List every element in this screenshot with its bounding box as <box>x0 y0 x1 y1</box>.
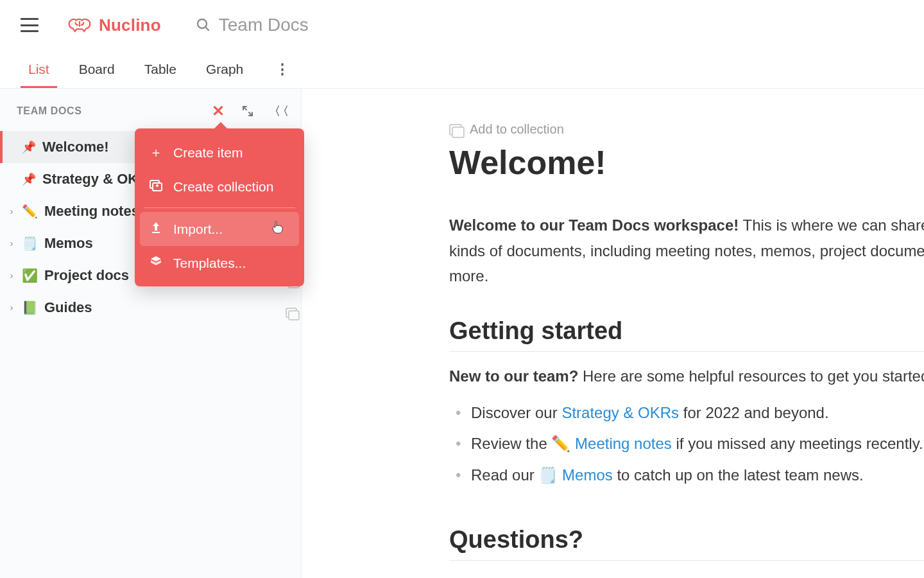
tab-table[interactable]: Table <box>142 51 179 87</box>
app-logo[interactable]: Nuclino <box>67 15 161 35</box>
section-divider <box>449 351 924 352</box>
plus-icon: ＋ <box>149 144 163 161</box>
svg-rect-8 <box>152 232 160 233</box>
menu-templates[interactable]: Templates... <box>135 246 304 280</box>
expand-icon[interactable] <box>239 103 256 119</box>
collapse-icon[interactable]: 〈〈 <box>269 103 286 119</box>
menu-separator <box>144 207 295 208</box>
collection-icon <box>449 124 462 136</box>
workspace-title: TEAM DOCS <box>17 105 81 117</box>
link-strategy[interactable]: Strategy & OKRs <box>561 404 679 421</box>
brain-icon <box>67 15 92 35</box>
top-bar: Nuclino Team Docs <box>0 0 924 50</box>
tree-item-guides[interactable]: › 📗 Guides <box>0 292 301 324</box>
check-icon: ✅ <box>22 268 38 283</box>
menu-icon[interactable] <box>21 18 38 32</box>
section-getting-started: Getting started <box>449 317 924 345</box>
notepad-icon: 🗒️ <box>22 236 38 251</box>
svg-marker-9 <box>151 256 161 261</box>
page-title: Welcome! <box>449 143 924 182</box>
view-tabs: List Board Table Graph ⋮ <box>0 50 924 89</box>
brand-name: Nuclino <box>99 15 161 35</box>
main: TEAM DOCS ✕ 〈〈 › 📌 Welcome! › � <box>0 89 924 578</box>
document-pane: Add to collection Welcome! Welcome to ou… <box>302 89 924 578</box>
chevron-right-icon[interactable]: › <box>8 302 15 313</box>
tab-list[interactable]: List <box>26 51 52 87</box>
add-collection-icon <box>149 180 163 195</box>
templates-icon <box>149 255 163 271</box>
upload-icon <box>149 221 163 237</box>
link-meeting-notes[interactable]: Meeting notes <box>575 435 672 452</box>
chevron-right-icon[interactable]: › <box>8 206 15 216</box>
create-menu: ＋ Create item Create collection Import..… <box>135 128 304 286</box>
menu-import[interactable]: Import... <box>140 212 299 246</box>
search-icon <box>196 17 211 33</box>
tab-board[interactable]: Board <box>76 51 117 87</box>
pencil-icon: ✏️ <box>22 204 38 219</box>
list-item: Review the ✏️ Meeting notes if you misse… <box>453 432 924 456</box>
search[interactable]: Team Docs <box>196 15 309 35</box>
svg-line-1 <box>205 27 209 30</box>
section-divider <box>449 560 924 561</box>
intro-paragraph: Welcome to our Team Docs workspace! This… <box>449 213 924 289</box>
search-placeholder: Team Docs <box>219 15 309 35</box>
pin-icon: 📌 <box>22 172 36 186</box>
section-questions: Questions? <box>449 526 924 554</box>
book-icon: 📗 <box>22 300 38 315</box>
menu-create-item[interactable]: ＋ Create item <box>135 135 304 170</box>
link-memos[interactable]: Memos <box>562 466 613 484</box>
sidebar-header-actions: ✕ 〈〈 <box>210 103 286 119</box>
chevron-right-icon[interactable]: › <box>8 238 15 249</box>
list-item: Discover our Strategy & OKRs for 2022 an… <box>453 401 924 425</box>
close-icon[interactable]: ✕ <box>210 103 227 119</box>
cursor-icon <box>272 220 284 237</box>
chevron-right-icon[interactable]: › <box>8 270 15 281</box>
menu-create-collection[interactable]: Create collection <box>135 170 304 204</box>
sidebar: TEAM DOCS ✕ 〈〈 › 📌 Welcome! › � <box>0 89 302 578</box>
add-to-collection[interactable]: Add to collection <box>449 122 924 137</box>
tab-graph[interactable]: Graph <box>203 51 246 87</box>
view-more-icon[interactable]: ⋮ <box>270 56 295 83</box>
list-item: Read our 🗒️ Memos to catch up on the lat… <box>453 463 924 487</box>
sidebar-header: TEAM DOCS ✕ 〈〈 <box>0 94 301 126</box>
pin-icon: 📌 <box>22 140 36 154</box>
getting-started-list: Discover our Strategy & OKRs for 2022 an… <box>449 401 924 487</box>
getting-started-lead: New to our team? Here are some helpful r… <box>449 367 924 385</box>
